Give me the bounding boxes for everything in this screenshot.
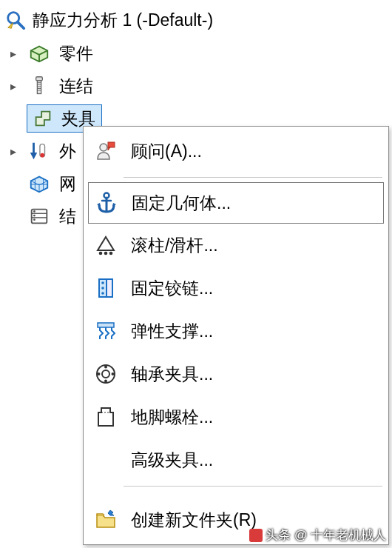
- menu-gap: [84, 491, 388, 498]
- tree-item-parts[interactable]: ▸ 零件: [0, 37, 392, 70]
- svg-point-29: [101, 287, 104, 290]
- svg-point-28: [101, 281, 104, 284]
- menu-bearing-fixture[interactable]: 轴承夹具...: [84, 352, 388, 395]
- foundation-bolt-icon: [91, 402, 121, 432]
- svg-point-37: [98, 372, 101, 375]
- svg-rect-27: [107, 279, 112, 297]
- fixtures-context-menu: 顾问(A)... 固定几何体... 滚柱/滑杆...: [83, 126, 389, 545]
- expander-icon[interactable]: ▸: [7, 47, 19, 61]
- menu-roller-slider[interactable]: 滚柱/滑杆...: [84, 224, 388, 267]
- hinge-icon: [91, 273, 121, 303]
- tree-label: 结: [59, 205, 76, 228]
- expander-icon[interactable]: ▸: [7, 144, 19, 158]
- svg-line-1: [18, 22, 24, 28]
- svg-point-34: [104, 366, 107, 369]
- menu-label: 轴承夹具...: [131, 363, 381, 386]
- svg-point-23: [99, 252, 103, 255]
- svg-point-16: [33, 215, 36, 217]
- menu-foundation-bolt[interactable]: 地脚螺栓...: [84, 395, 388, 438]
- menu-label: 地脚螺栓...: [131, 406, 381, 429]
- parts-icon: [27, 41, 52, 66]
- svg-point-24: [104, 252, 108, 255]
- fixtures-icon: [30, 106, 55, 131]
- watermark: 头条 @ 十年老机械人: [249, 527, 386, 544]
- tree-label: 外: [59, 140, 76, 163]
- menu-separator: [124, 177, 382, 178]
- svg-rect-19: [108, 142, 115, 147]
- menu-advisor[interactable]: 顾问(A)...: [84, 130, 388, 173]
- blank-icon: [91, 445, 121, 475]
- menu-label: 滚柱/滑杆...: [131, 234, 381, 257]
- svg-point-35: [112, 372, 115, 375]
- svg-point-33: [102, 370, 109, 378]
- svg-point-15: [33, 210, 36, 213]
- expander-icon[interactable]: ▸: [7, 79, 19, 93]
- svg-point-18: [100, 144, 107, 151]
- study-root-row[interactable]: 静应力分析 1 (-Default-): [0, 6, 392, 37]
- watermark-logo-icon: [249, 529, 263, 542]
- menu-fixed-geometry[interactable]: 固定几何体...: [88, 182, 384, 224]
- watermark-text: 头条 @ 十年老机械人: [266, 527, 386, 544]
- menu-advanced-fixtures[interactable]: 高级夹具...: [84, 438, 388, 481]
- connections-icon: [27, 73, 52, 98]
- tree-label: 网: [59, 173, 76, 196]
- bearing-icon: [91, 359, 121, 389]
- menu-label: 顾问(A)...: [131, 140, 381, 163]
- external-loads-icon: [27, 138, 52, 164]
- svg-rect-2: [36, 77, 43, 81]
- anchor-icon: [92, 188, 121, 218]
- mesh-icon: [27, 171, 52, 196]
- menu-label: 高级夹具...: [131, 449, 381, 472]
- menu-separator: [124, 486, 382, 487]
- tree-label: 零件: [59, 42, 93, 65]
- svg-point-11: [40, 153, 44, 158]
- results-icon: [27, 204, 52, 229]
- menu-label: 固定铰链...: [131, 277, 381, 300]
- menu-label: 弹性支撑...: [131, 320, 381, 343]
- svg-rect-31: [98, 323, 114, 327]
- svg-point-36: [104, 380, 107, 383]
- study-title: 静应力分析 1 (-Default-): [33, 9, 213, 32]
- svg-point-17: [33, 218, 36, 221]
- advisor-icon: [91, 136, 121, 166]
- study-icon: [3, 7, 28, 33]
- tree-item-connections[interactable]: ▸ 连结: [0, 70, 392, 102]
- svg-point-25: [109, 252, 113, 255]
- menu-label: 固定几何体...: [132, 192, 380, 215]
- svg-point-30: [101, 292, 104, 295]
- menu-fixed-hinge[interactable]: 固定铰链...: [84, 267, 388, 310]
- menu-elastic-support[interactable]: 弹性支撑...: [84, 310, 388, 352]
- elastic-support-icon: [91, 316, 121, 346]
- new-folder-icon: [91, 505, 121, 535]
- roller-icon: [91, 230, 121, 260]
- tree-label: 连结: [59, 75, 93, 98]
